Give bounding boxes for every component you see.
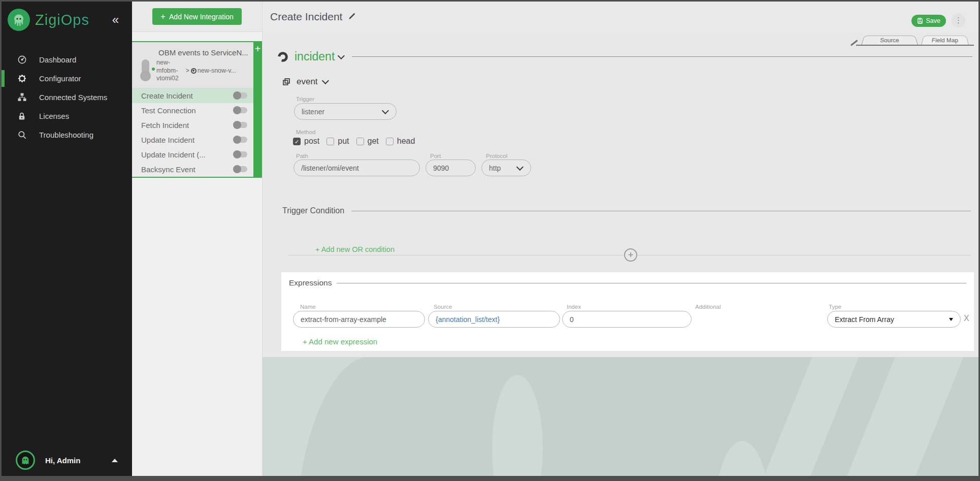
checkbox-icon[interactable]	[326, 138, 334, 145]
toggle-update-incident[interactable]	[234, 137, 247, 143]
trigger-value: listener	[302, 108, 324, 116]
expression-name-input[interactable]	[301, 315, 417, 324]
integrations-panel: + Add New Integration + OBM events to Se…	[132, 2, 262, 476]
expressions-title: Expressions	[289, 278, 332, 287]
action-test-connection[interactable]: Test Connection	[132, 103, 253, 118]
sidebar-item-label: Connected Systems	[39, 93, 107, 102]
integrations-topbar: + Add New Integration	[132, 2, 262, 32]
incident-section-title: incident	[295, 50, 335, 63]
port-input[interactable]	[433, 164, 468, 172]
integration-source-icon	[142, 59, 149, 75]
trigger-condition-title: Trigger Condition	[282, 206, 344, 215]
user-menu-caret-icon[interactable]	[112, 459, 118, 462]
selected-integration-block: + OBM events to ServiceN... new- mfobm- …	[132, 41, 262, 178]
select-arrow-icon	[949, 318, 953, 321]
protocol-dropdown[interactable]: http	[481, 159, 531, 176]
protocol-label: Protocol	[486, 153, 507, 159]
main-header: Create Incident Save ⋮	[263, 2, 978, 32]
tab-underline	[856, 45, 974, 46]
trigger-dropdown[interactable]: listener	[294, 103, 397, 120]
sidebar-item-dashboard[interactable]: Dashboard	[2, 50, 132, 69]
trigger-condition-header: Trigger Condition	[282, 206, 971, 215]
add-action-strip[interactable]: +	[253, 42, 262, 177]
app-window: ZigiOps « Dashboard Configurator Connect…	[0, 0, 980, 481]
type-value: Extract From Array	[835, 315, 894, 324]
action-update-incident-2[interactable]: Update Incident (...	[132, 147, 253, 162]
brand-name: ZigiOps	[35, 12, 89, 28]
add-or-condition-link[interactable]: + Add new OR condition	[315, 245, 395, 253]
action-fetch-incident[interactable]: Fetch Incident	[132, 118, 253, 133]
logo-row: ZigiOps «	[2, 2, 132, 36]
name-label: Name	[300, 304, 316, 310]
sidebar-item-troubleshooting[interactable]: Troubleshooting	[2, 125, 132, 144]
add-new-integration-label: Add New Integration	[169, 13, 234, 21]
user-greeting: Hi, Admin	[45, 456, 80, 465]
incident-icon	[277, 51, 288, 62]
toggle-create-incident[interactable]	[234, 92, 247, 99]
expression-index-input[interactable]	[570, 315, 684, 324]
edit-title-icon[interactable]	[348, 12, 356, 22]
tab-field-map[interactable]: Field Map	[921, 36, 969, 45]
method-get[interactable]: get	[356, 137, 379, 146]
action-create-incident[interactable]: Create Incident	[132, 88, 253, 103]
plus-icon: +	[255, 43, 261, 54]
chevron-down-icon[interactable]	[338, 52, 345, 59]
method-head[interactable]: head	[386, 137, 415, 146]
path-label: Path	[296, 153, 308, 159]
arrow-separator: >	[186, 67, 189, 74]
expression-type-select[interactable]: Extract From Array	[827, 311, 961, 328]
toggle-update-incident-2[interactable]	[234, 151, 247, 157]
page-title: Create Incident	[270, 11, 342, 23]
index-label: Index	[567, 304, 581, 310]
user-row[interactable]: Hi, Admin	[2, 451, 132, 470]
more-options-button[interactable]: ⋮	[952, 14, 965, 27]
type-label: Type	[829, 304, 841, 310]
toggle-test-connection[interactable]	[234, 107, 247, 113]
method-put[interactable]: put	[326, 137, 349, 146]
checkbox-icon[interactable]	[386, 138, 394, 145]
user-avatar	[16, 451, 35, 470]
method-label: Method	[296, 129, 315, 135]
decorative-footer	[263, 357, 978, 476]
sidebar-collapse-icon[interactable]: «	[112, 13, 119, 27]
add-expression-link[interactable]: + Add new expression	[303, 337, 377, 346]
sidebar-item-label: Licenses	[39, 112, 69, 120]
path-input-wrap	[293, 159, 420, 176]
method-checkbox-group: ✓ post put get head	[293, 137, 415, 146]
remove-expression-button[interactable]: X	[964, 314, 969, 323]
chevron-down-icon[interactable]	[321, 77, 329, 84]
main-content: Create Incident Save ⋮ Source Field Map …	[262, 2, 978, 476]
sidebar-item-configurator[interactable]: Configurator	[2, 69, 132, 88]
toggle-fetch-incident[interactable]	[234, 122, 247, 128]
integration-target-system: new-snow-v...	[191, 67, 236, 74]
incident-section-header[interactable]: incident	[277, 50, 972, 63]
integration-card[interactable]: OBM events to ServiceN... new- mfobm- vt…	[132, 42, 262, 88]
action-backsync-event[interactable]: Backsync Event	[132, 162, 253, 177]
index-input-wrap	[562, 311, 692, 328]
add-new-integration-button[interactable]: + Add New Integration	[152, 8, 242, 25]
divider	[352, 56, 972, 57]
sidebar: ZigiOps « Dashboard Configurator Connect…	[2, 2, 132, 476]
sidebar-item-label: Configurator	[39, 74, 81, 83]
integration-title: OBM events to ServiceN...	[158, 48, 250, 57]
checkbox-icon[interactable]	[356, 138, 364, 145]
troubleshooting-icon	[17, 130, 27, 140]
sidebar-item-label: Troubleshooting	[39, 131, 93, 139]
protocol-value: http	[489, 164, 501, 172]
toggle-backsync-event[interactable]	[234, 166, 247, 172]
action-update-incident[interactable]: Update Incident	[132, 133, 253, 147]
integration-source-system: new- mfobm- vtomi02	[156, 59, 179, 83]
event-section-header[interactable]: event	[282, 77, 329, 87]
target-dot-icon	[191, 68, 197, 74]
add-section-button[interactable]: +	[624, 248, 637, 262]
tab-source[interactable]: Source	[861, 36, 918, 45]
source-input-wrap	[428, 311, 560, 328]
save-button[interactable]: Save	[911, 15, 946, 27]
method-post[interactable]: ✓ post	[293, 137, 319, 146]
chevron-down-icon	[382, 107, 389, 114]
path-input[interactable]	[301, 164, 412, 172]
sidebar-item-connected-systems[interactable]: Connected Systems	[2, 88, 132, 107]
sidebar-item-licenses[interactable]: Licenses	[2, 107, 132, 125]
expression-source-input[interactable]	[436, 315, 552, 324]
checkbox-checked-icon[interactable]: ✓	[293, 138, 301, 145]
